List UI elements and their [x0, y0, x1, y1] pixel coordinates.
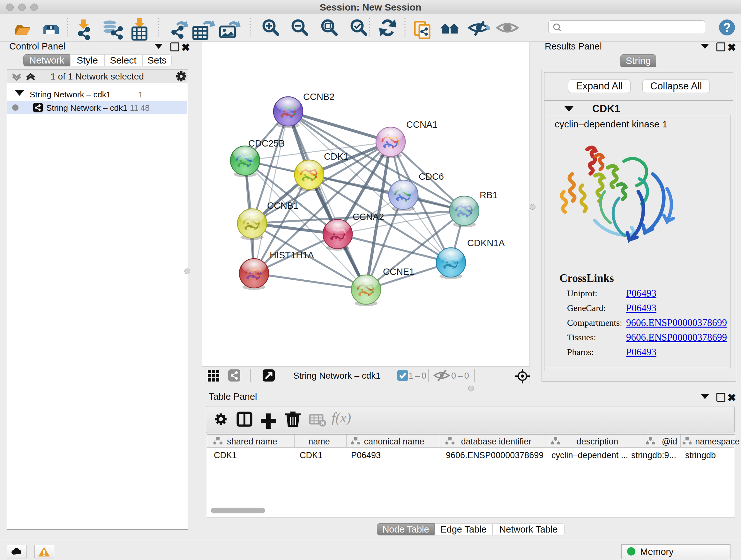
svg-text:CDC6: CDC6: [419, 172, 444, 182]
svg-text:CCNE1: CCNE1: [383, 266, 414, 277]
svg-text:CCNB1: CCNB1: [267, 200, 298, 211]
svg-text:CCNA1: CCNA1: [406, 119, 437, 130]
svg-text:CDK1: CDK1: [324, 151, 348, 162]
svg-text:HIST1H1A: HIST1H1A: [270, 250, 314, 260]
svg-text:CCNB2: CCNB2: [303, 91, 334, 102]
svg-text:CDC25B: CDC25B: [248, 138, 285, 148]
svg-text:RB1: RB1: [480, 190, 497, 200]
svg-text:CCNA2: CCNA2: [353, 212, 384, 222]
svg-text:CDKN1A: CDKN1A: [467, 238, 505, 248]
svg-text:?: ?: [723, 20, 731, 35]
